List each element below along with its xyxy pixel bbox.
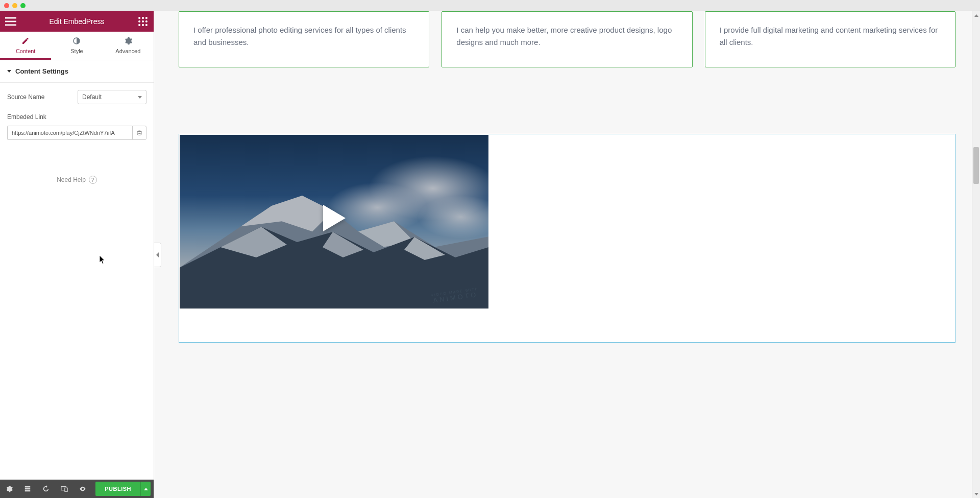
svg-point-6 (138, 20, 140, 22)
svg-point-10 (142, 24, 144, 26)
play-icon[interactable] (323, 205, 346, 231)
svg-point-13 (137, 131, 141, 132)
window-minimize-button[interactable] (12, 3, 17, 8)
card-text: I can help you make better, more creativ… (456, 24, 677, 49)
scroll-thumb[interactable] (973, 147, 979, 184)
embedded-link-label: Embeded Link (7, 113, 146, 121)
svg-point-9 (138, 24, 140, 26)
svg-point-5 (145, 17, 148, 19)
source-name-select[interactable]: Default (78, 90, 146, 104)
tab-style-label: Style (70, 48, 83, 54)
panel-collapse-handle[interactable] (154, 243, 161, 267)
publish-button[interactable]: PUBLISH (95, 482, 140, 496)
window-close-button[interactable] (4, 3, 9, 8)
menu-icon[interactable] (5, 16, 16, 27)
card-text: I offer professional photo editing servi… (193, 24, 414, 49)
need-help[interactable]: Need Help ? (7, 176, 146, 184)
preview-scrollbar[interactable] (972, 11, 980, 498)
svg-point-3 (138, 17, 140, 19)
video-thumbnail[interactable]: VIDEO MADE WITH ANIMOTO (180, 135, 488, 309)
navigator-button[interactable] (18, 480, 37, 498)
embed-widget[interactable]: VIDEO MADE WITH ANIMOTO (179, 134, 955, 343)
arrow-up-icon (974, 14, 978, 17)
svg-rect-0 (5, 17, 16, 19)
need-help-label: Need Help (57, 176, 86, 183)
svg-point-4 (142, 17, 144, 19)
svg-point-7 (142, 20, 144, 22)
publish-options-button[interactable] (140, 482, 151, 496)
svg-rect-15 (25, 488, 31, 490)
svg-rect-14 (25, 486, 31, 488)
content-settings-body: Source Name Default Embeded Link Need He… (0, 83, 154, 480)
svg-point-11 (145, 24, 148, 26)
help-icon: ? (89, 176, 97, 184)
panel-title: Edit EmbedPress (16, 17, 137, 26)
scroll-up-button[interactable] (972, 11, 980, 19)
pencil-icon (0, 37, 51, 46)
service-card[interactable]: I offer professional photo editing servi… (179, 11, 429, 67)
service-card[interactable]: I provide full digital marketing and con… (705, 11, 955, 67)
embedded-link-field: Embeded Link (7, 113, 146, 140)
settings-button[interactable] (0, 480, 18, 498)
widgets-grid-icon[interactable] (137, 16, 149, 27)
svg-rect-16 (25, 490, 31, 492)
editor-panel: Edit EmbedPress Content Style Advanced C… (0, 11, 154, 498)
preview-button[interactable] (74, 480, 92, 498)
gear-icon (103, 37, 154, 46)
source-name-value: Default (82, 93, 102, 101)
tab-content-label: Content (16, 48, 36, 54)
preview-area: I offer professional photo editing servi… (154, 11, 980, 498)
tab-advanced[interactable]: Advanced (103, 32, 154, 60)
embedded-link-input[interactable] (7, 126, 132, 140)
tab-content[interactable]: Content (0, 32, 51, 60)
source-name-field: Source Name Default (7, 90, 146, 104)
panel-footer: PUBLISH (0, 480, 154, 498)
database-icon (136, 130, 142, 136)
service-card[interactable]: I can help you make better, more creativ… (442, 11, 692, 67)
caret-down-icon (7, 70, 11, 73)
panel-tabs: Content Style Advanced (0, 32, 154, 60)
panel-header: Edit EmbedPress (0, 11, 154, 32)
window-maximize-button[interactable] (20, 3, 26, 8)
service-cards-row: I offer professional photo editing servi… (179, 11, 955, 67)
chevron-down-icon (138, 96, 142, 99)
caret-up-icon (144, 488, 148, 490)
window-chrome (0, 0, 980, 11)
history-button[interactable] (37, 480, 55, 498)
svg-point-8 (145, 20, 148, 22)
svg-rect-18 (65, 488, 67, 491)
dynamic-tags-button[interactable] (132, 126, 146, 140)
contrast-icon (51, 37, 102, 46)
card-text: I provide full digital marketing and con… (720, 24, 941, 49)
content-settings-header[interactable]: Content Settings (0, 60, 154, 83)
svg-rect-1 (5, 21, 16, 22)
tab-style[interactable]: Style (51, 32, 102, 60)
chevron-left-icon (156, 252, 159, 257)
arrow-down-icon (974, 493, 978, 495)
scroll-down-button[interactable] (972, 490, 980, 498)
tab-advanced-label: Advanced (115, 48, 140, 54)
svg-rect-2 (5, 25, 16, 26)
responsive-button[interactable] (55, 480, 74, 498)
section-title: Content Settings (15, 67, 68, 75)
source-name-label: Source Name (7, 93, 44, 101)
